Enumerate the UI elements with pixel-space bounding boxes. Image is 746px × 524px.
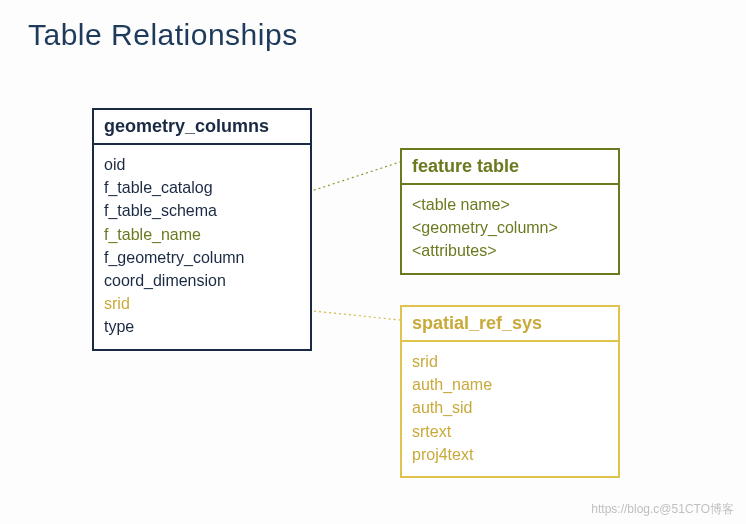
field-table-name: <table name> <box>412 193 608 216</box>
table-spatial-ref-sys: spatial_ref_sys srid auth_name auth_sid … <box>400 305 620 478</box>
watermark: https://blog.c@51CTO博客 <box>591 501 734 518</box>
table-body: <table name> <geometry_column> <attribut… <box>402 185 618 273</box>
field-f-table-name: f_table_name <box>104 223 300 246</box>
table-body: oid f_table_catalog f_table_schema f_tab… <box>94 145 310 349</box>
field-auth-sid: auth_sid <box>412 396 608 419</box>
field-auth-name: auth_name <box>412 373 608 396</box>
table-header: geometry_columns <box>94 110 310 145</box>
page-title: Table Relationships <box>28 18 298 52</box>
table-header: spatial_ref_sys <box>402 307 618 342</box>
field-oid: oid <box>104 153 300 176</box>
field-f-table-catalog: f_table_catalog <box>104 176 300 199</box>
field-srid: srid <box>412 350 608 373</box>
field-type: type <box>104 315 300 338</box>
field-attributes: <attributes> <box>412 239 608 262</box>
field-geometry-column: <geometry_column> <box>412 216 608 239</box>
table-geometry-columns: geometry_columns oid f_table_catalog f_t… <box>92 108 312 351</box>
table-body: srid auth_name auth_sid srtext proj4text <box>402 342 618 476</box>
field-srid: srid <box>104 292 300 315</box>
field-f-geometry-column: f_geometry_column <box>104 246 300 269</box>
field-proj4text: proj4text <box>412 443 608 466</box>
field-coord-dimension: coord_dimension <box>104 269 300 292</box>
table-header: feature table <box>402 150 618 185</box>
table-feature-table: feature table <table name> <geometry_col… <box>400 148 620 275</box>
field-f-table-schema: f_table_schema <box>104 199 300 222</box>
field-srtext: srtext <box>412 420 608 443</box>
